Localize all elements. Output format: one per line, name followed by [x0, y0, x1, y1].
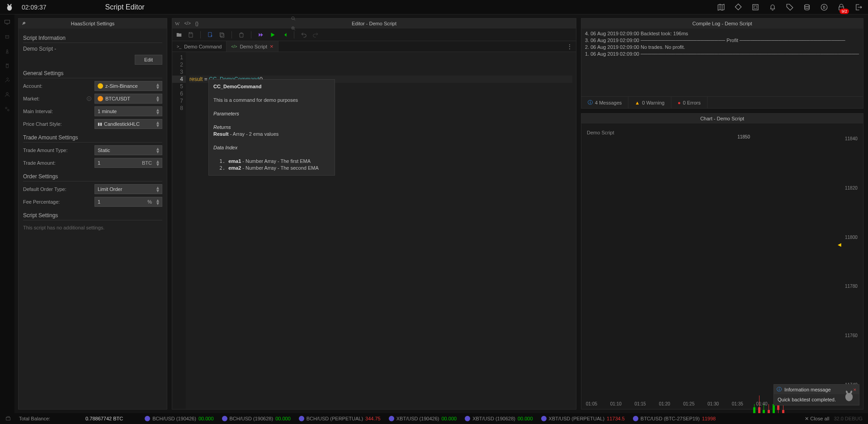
chartstyle-select[interactable]: ▮▮CandlestickHLC▲▼ [94, 119, 162, 129]
ticker-item[interactable]: BCH/USD (190426) 00.000 [145, 416, 213, 421]
play-icon[interactable] [269, 32, 276, 38]
undo-icon[interactable] [301, 32, 307, 38]
left-sidebar [0, 14, 14, 413]
folder-icon[interactable] [176, 32, 182, 38]
tab-demo-command[interactable]: >_ Demo Command [172, 41, 226, 52]
svg-point-8 [8, 36, 8, 37]
svg-point-14 [292, 17, 294, 19]
tab-menu-icon[interactable]: ⋮ [563, 41, 576, 52]
pin-icon[interactable] [21, 21, 27, 26]
tab-demo-script[interactable]: </> Demo Script × [226, 41, 278, 52]
close-all-button[interactable]: ✕ Close all [805, 416, 829, 422]
chart-header: Chart - Demo Script [581, 114, 863, 124]
order-type-select[interactable]: Limit Order▲▼ [94, 184, 162, 194]
market-select[interactable]: BTC/USDT▲▼ [94, 94, 162, 104]
trade-type-select[interactable]: Static▲▼ [94, 145, 162, 155]
delete-icon[interactable] [238, 32, 245, 38]
order-type-label: Default Order Type: [23, 186, 66, 192]
bitcoin-icon[interactable]: B [820, 3, 828, 11]
brackets-icon[interactable]: {} [195, 21, 198, 26]
tower-icon[interactable] [4, 62, 10, 69]
tab-close-icon[interactable]: × [270, 43, 274, 50]
ticker-item[interactable]: BTC/USD (BTC-27SEP19) 11998 [633, 416, 716, 421]
general-settings-title: General Settings [23, 67, 162, 78]
monitor-icon[interactable] [4, 19, 10, 25]
fee-label: Fee Percentage: [23, 199, 60, 205]
script-name: Demo Script - [23, 46, 56, 52]
top-bar: 02:09:37 Script Editor B 9/2 [0, 0, 868, 14]
search-icon[interactable] [291, 16, 296, 21]
svg-point-9 [6, 92, 9, 95]
ticker-item[interactable]: BCH/USD (PERPETUAL) 344.75 [299, 416, 381, 421]
zoom-icon[interactable] [291, 26, 296, 31]
lock-icon[interactable]: 9/2 [837, 3, 845, 11]
tag2-icon[interactable] [786, 3, 794, 11]
toast-title: Information message [784, 387, 831, 392]
fastforward-icon[interactable] [258, 32, 264, 38]
toast-logo-icon [843, 390, 855, 402]
edit-button[interactable]: Edit [135, 55, 162, 65]
copy-icon[interactable] [219, 32, 225, 38]
warnings-count[interactable]: ▲0 Warning [628, 97, 671, 108]
settings-icon[interactable] [4, 106, 10, 112]
info-toast: ⓘInformation message× Quick backtest com… [774, 384, 859, 405]
account-select[interactable]: z-Sim-Binance▲▼ [94, 81, 162, 91]
rewind-icon[interactable] [281, 32, 288, 38]
redo-icon[interactable] [312, 32, 319, 38]
order-settings-title: Order Settings [23, 171, 162, 181]
ticker-item[interactable]: XBT/USD (190426) 00.000 [389, 416, 457, 421]
compile-header: Compile Log - Demo Script [581, 19, 863, 29]
svg-rect-17 [220, 33, 223, 36]
app-logo-icon [5, 3, 14, 11]
script-info-title: Script Information [23, 32, 162, 43]
interval-select[interactable]: 1 minute▲▼ [94, 106, 162, 116]
svg-rect-5 [5, 20, 10, 23]
ticker-item[interactable]: BCH/USD (190628) 00.000 [222, 416, 291, 421]
chess-icon[interactable] [4, 48, 10, 54]
wallet-icon[interactable] [5, 416, 11, 421]
balance-label: Total Balance: [19, 416, 50, 421]
svg-rect-0 [753, 5, 758, 10]
code-icon[interactable]: </> [184, 21, 190, 26]
coins-icon[interactable] [803, 3, 811, 11]
editor-tabs: >_ Demo Command </> Demo Script × ⋮ [172, 41, 576, 52]
right-column: Compile Log - Demo Script 4. 06 Aug 2019… [581, 18, 863, 410]
trade-amt-input[interactable]: 1BTC▲▼ [94, 158, 162, 168]
chart-body[interactable]: Demo Script 11850 ◀ 11840 11820 11800 11… [581, 124, 863, 409]
no-settings-text: This script has no additional settings. [23, 223, 162, 232]
account-label: Account: [23, 83, 42, 89]
code-area[interactable]: result = CC_DemoCommand() CC_DemoCommand… [186, 52, 576, 409]
fee-input[interactable]: 1%▲▼ [94, 197, 162, 207]
save-icon[interactable] [188, 32, 194, 38]
svg-rect-18 [221, 33, 224, 37]
trade-settings-title: Trade Amount Settings [23, 132, 162, 143]
frame-icon[interactable] [751, 3, 760, 11]
wiki-icon[interactable]: W [175, 21, 179, 26]
user-icon[interactable] [4, 91, 10, 98]
debug-label: 32.0 DEBUG [834, 416, 863, 421]
ticker-strip: BCH/USD (190426) 00.000BCH/USD (190628) … [145, 416, 716, 421]
errors-count[interactable]: ●0 Errors [671, 97, 708, 108]
map-icon[interactable] [717, 3, 725, 11]
ticker-item[interactable]: XBT/USD (190628) 00.000 [465, 416, 533, 421]
candlestick-area [586, 142, 840, 395]
interval-label: Main Interval: [23, 109, 53, 114]
bell-icon[interactable] [769, 3, 777, 11]
tag-icon[interactable] [734, 3, 742, 11]
svg-text:i: i [89, 97, 89, 100]
info-icon[interactable]: i [86, 96, 92, 101]
footer-bar: Total Balance: 0.78867742 BTC BCH/USD (1… [0, 413, 868, 424]
svg-rect-6 [6, 36, 9, 38]
logout-icon[interactable] [854, 3, 863, 11]
page-title: Script Editor [105, 3, 145, 11]
new-icon[interactable] [207, 32, 213, 38]
ticker-item[interactable]: XBT/USD (PERPETUAL) 11734.5 [541, 416, 625, 421]
robot-icon[interactable] [4, 33, 10, 40]
tools-icon[interactable] [4, 77, 10, 83]
editor-panel: W </> {} Editor - Demo Script [172, 18, 576, 410]
code-editor[interactable]: 1 2 3 4 5 6 7 8 result = CC_DemoCommand(… [172, 52, 576, 409]
compile-log: 4. 06 Aug 2019 02:09:00 Backtest took: 1… [581, 29, 863, 96]
svg-text:B: B [823, 5, 826, 10]
script-settings-title: Script Settings [23, 210, 162, 220]
messages-count[interactable]: ⓘ4 Messages [581, 97, 628, 108]
